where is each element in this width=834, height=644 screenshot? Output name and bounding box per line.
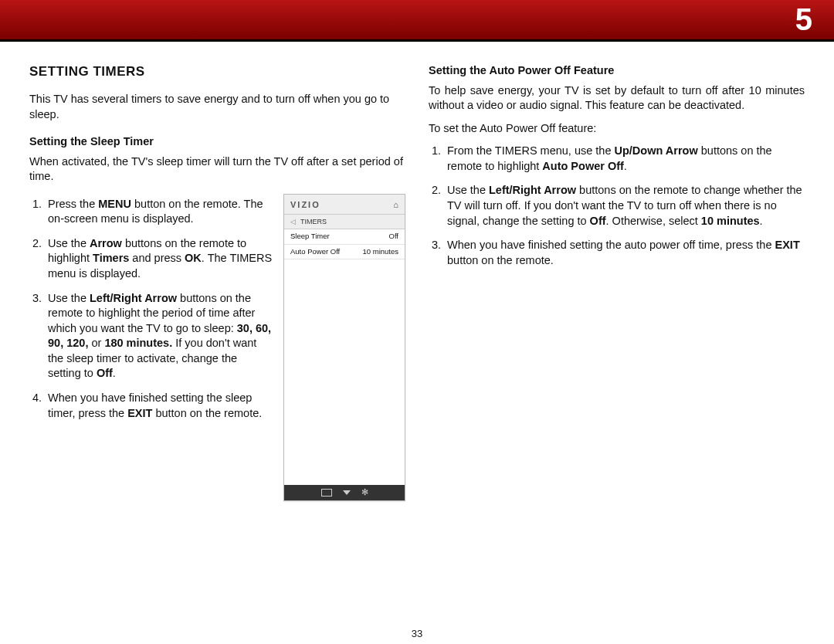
- tv-brand-logo: VIZIO: [290, 199, 320, 211]
- tv-menu-rows: Sleep Timer Off Auto Power Off 10 minute…: [284, 229, 405, 260]
- auto-power-off-lead: To set the Auto Power Off feature:: [429, 121, 805, 137]
- tv-breadcrumb: ◁ TIMERS: [284, 215, 405, 229]
- tv-menu-screenshot: VIZIO ⌂ ◁ TIMERS Sleep Timer Off Auto Po…: [283, 194, 405, 501]
- auto-power-off-description: To help save energy, your TV is set by d…: [429, 83, 805, 114]
- row-value: 10 minutes: [363, 247, 398, 257]
- row-label: Auto Power Off: [290, 247, 340, 257]
- tv-menu-footer: ✻: [284, 485, 405, 500]
- sleep-timer-steps: Press the MENU button on the remote. The…: [29, 197, 273, 421]
- tv-menu-header: VIZIO ⌂: [284, 195, 405, 215]
- step-3: Use the Left/Right Arrow buttons on the …: [45, 291, 273, 381]
- step-2: Use the Arrow buttons on the remote to h…: [45, 236, 273, 282]
- step-4: When you have finished setting the sleep…: [45, 391, 273, 421]
- breadcrumb-label: TIMERS: [300, 217, 327, 226]
- subheading-sleep-timer: Setting the Sleep Timer: [29, 134, 405, 150]
- intro-paragraph: This TV has several timers to save energ…: [29, 92, 405, 122]
- row-label: Sleep Timer: [290, 232, 330, 242]
- right-column: Setting the Auto Power Off Feature To he…: [429, 63, 805, 501]
- step-1: Press the MENU button on the remote. The…: [45, 197, 273, 227]
- section-title: SETTING TIMERS: [29, 63, 405, 81]
- chapter-number: 5: [795, 2, 812, 37]
- left-column: SETTING TIMERS This TV has several timer…: [29, 63, 405, 501]
- chevron-down-icon: [343, 490, 351, 495]
- page-number: 33: [0, 628, 834, 639]
- step-1: From the TIMERS menu, use the Up/Down Ar…: [444, 144, 805, 174]
- sleep-timer-steps-container: Press the MENU button on the remote. The…: [29, 192, 273, 501]
- row-value: Off: [389, 232, 399, 242]
- home-icon: ⌂: [393, 199, 398, 211]
- back-icon: ◁: [290, 217, 296, 226]
- menu-row-auto-power-off: Auto Power Off 10 minutes: [284, 245, 405, 260]
- gear-icon: ✻: [361, 486, 368, 498]
- menu-row-sleep-timer: Sleep Timer Off: [284, 229, 405, 245]
- subheading-auto-power-off: Setting the Auto Power Off Feature: [429, 63, 805, 79]
- steps-and-screenshot: Press the MENU button on the remote. The…: [29, 192, 405, 501]
- step-2: Use the Left/Right Arrow buttons on the …: [444, 183, 805, 229]
- wide-icon: [321, 489, 332, 497]
- sleep-timer-description: When activated, the TV's sleep timer wil…: [29, 154, 405, 185]
- chapter-header-bar: 5: [0, 0, 834, 42]
- step-3: When you have finished setting the auto …: [444, 238, 805, 268]
- page-content: SETTING TIMERS This TV has several timer…: [0, 42, 834, 501]
- auto-power-off-steps: From the TIMERS menu, use the Up/Down Ar…: [429, 144, 805, 268]
- tv-menu-body: [284, 259, 405, 484]
